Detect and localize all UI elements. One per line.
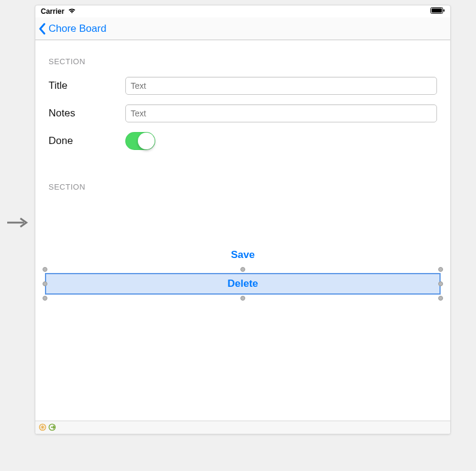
- wifi-icon: [68, 7, 76, 16]
- section-header-2: SECTION: [35, 155, 450, 197]
- done-label: Done: [49, 135, 125, 147]
- selection-handle-bc[interactable]: [240, 296, 245, 301]
- svg-rect-3: [444, 10, 445, 12]
- delete-button-selection: Delete: [45, 273, 441, 295]
- notes-row: Notes: [35, 100, 450, 127]
- bottom-toolbar: [35, 421, 450, 434]
- title-row: Title: [35, 72, 450, 100]
- delete-button[interactable]: Delete: [45, 273, 441, 295]
- switch-knob: [138, 133, 155, 149]
- form-content: SECTION Title Notes Done SECTION Save De…: [35, 40, 450, 421]
- device-frame: Carrier Chore Board SEC: [35, 5, 451, 434]
- back-chevron-icon[interactable]: [38, 22, 47, 35]
- selection-handle-br[interactable]: [438, 296, 443, 301]
- title-label: Title: [49, 80, 125, 92]
- storyboard-arrow: [7, 215, 30, 232]
- selection-handle-tl[interactable]: [43, 267, 47, 272]
- selection-handle-bl[interactable]: [43, 296, 47, 301]
- exit-icon[interactable]: [49, 422, 56, 433]
- battery-icon: [430, 7, 445, 16]
- navigation-bar: Chore Board: [35, 17, 450, 40]
- spacer: [35, 197, 450, 245]
- notes-label: Notes: [49, 107, 125, 119]
- title-input[interactable]: [125, 77, 437, 95]
- selection-handle-ml[interactable]: [43, 281, 47, 286]
- delete-button-label: Delete: [227, 278, 258, 290]
- carrier-label: Carrier: [41, 7, 64, 16]
- back-button[interactable]: Chore Board: [49, 23, 106, 35]
- selection-handle-tc[interactable]: [240, 267, 245, 272]
- selection-handle-tr[interactable]: [438, 267, 443, 272]
- svg-rect-2: [432, 8, 442, 13]
- selection-handle-mr[interactable]: [438, 281, 443, 286]
- notes-input[interactable]: [125, 104, 437, 122]
- done-row: Done: [35, 127, 450, 155]
- status-bar: Carrier: [35, 5, 450, 17]
- done-switch[interactable]: [125, 132, 155, 150]
- section-header-1: SECTION: [35, 40, 450, 72]
- warning-icon[interactable]: [39, 422, 46, 433]
